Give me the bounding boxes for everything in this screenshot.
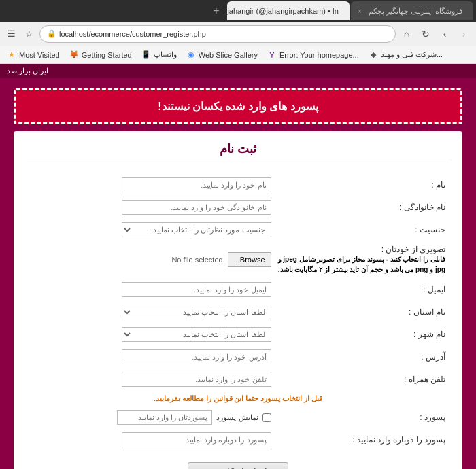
province-input-cell: لطفا استان را انتخاب نمایید (27, 302, 275, 322)
tab-2[interactable]: jahangir (@jahangirpachkam) • In... × (227, 1, 350, 20)
bookmark-most-visited[interactable]: ★ Most Visited (4, 48, 63, 63)
reload-button[interactable]: ↻ (418, 26, 434, 42)
confirm-password-row: پسورد را دوباره وارد نمایید : (27, 430, 449, 449)
bookmark-whatsapp-label: واتساپ (154, 50, 177, 59)
bookmark-getting-started[interactable]: 🦊 Getting Started (67, 48, 135, 63)
bookmark-error-label: Error: Your homepage... (279, 51, 359, 59)
gender-row: جنسیت : جنسیت مورد نظرتان را انتخاب نمای… (27, 220, 449, 239)
address-row: آدرس : (27, 347, 449, 366)
error-message: پسورد های وارد شده یکسان نیستند! (158, 101, 318, 112)
password-label: پسورد : (275, 408, 449, 427)
forward-button[interactable]: › (437, 26, 453, 42)
phone-input-cell (27, 370, 275, 389)
header-text: ایران برار صد (7, 67, 48, 75)
bookmark-error[interactable]: Y Error: Your homepage... (265, 48, 362, 63)
city-select[interactable]: لطفا استان را انتخاب نمایید (122, 327, 271, 342)
submit-button[interactable]: ایجاد نام کاربری (188, 462, 288, 469)
province-select[interactable]: لطفا استان را انتخاب نمایید (122, 305, 271, 319)
phone-input[interactable] (122, 372, 271, 387)
bookmark-whatsapp[interactable]: 📱 واتساپ (139, 48, 180, 63)
browse-button[interactable]: Browse... (228, 252, 271, 267)
address-input-cell (27, 347, 275, 366)
name-input-cell (27, 175, 275, 194)
tab1-close[interactable]: × (358, 7, 362, 15)
name-label: نام : (275, 175, 449, 194)
gender-label: جنسیت : (275, 220, 449, 239)
back-button[interactable]: ‹ (456, 26, 472, 42)
province-label: نام استان : (275, 302, 449, 322)
bookmark-star[interactable]: ☆ (22, 27, 37, 41)
bookmark-getting-started-label: Getting Started (82, 51, 132, 59)
bookmark-web-slice[interactable]: ◉ Web Slice Gallery (184, 48, 260, 63)
photo-input-cell: Browse... No file selected. (27, 243, 275, 277)
star-icon: ★ (7, 50, 16, 60)
confirm-password-label: پسورد را دوباره وارد نمایید : (275, 430, 449, 449)
family-input[interactable] (122, 200, 271, 215)
company-icon: ◆ (369, 50, 378, 60)
gender-input-cell: جنسیت مورد نظرتان را انتخاب نمایید. (27, 220, 275, 239)
email-input[interactable] (122, 282, 271, 297)
province-row: نام استان : لطفا استان را انتخاب نمایید (27, 302, 449, 322)
menu-button[interactable]: ☰ (4, 27, 19, 41)
password-input[interactable] (117, 410, 212, 425)
password-row: پسورد : نمایش پسورد (27, 408, 449, 427)
browser-chrome: فروشگاه اینترنتی جهانگیر پچکم × jahangir… (0, 0, 476, 64)
yahoo-icon: Y (267, 50, 277, 60)
bookmark-company[interactable]: ◆ شرکت فنی و مهند... (366, 48, 445, 63)
city-input-cell: لطفا استان را انتخاب نمایید (27, 325, 275, 344)
photo-row: تصویری از خودتان : فایلی را انتخاب کنید … (27, 243, 449, 277)
photo-label: تصویری از خودتان : فایلی را انتخاب کنید … (275, 243, 449, 277)
page-content: ایران برار صد پسورد های وارد شده یکسان ن… (0, 64, 476, 469)
tab-bar: فروشگاه اینترنتی جهانگیر پچکم × jahangir… (0, 0, 476, 22)
photo-note: فایلی را انتخاب کنید - پسوند مجاز برای ت… (278, 254, 445, 275)
city-label: نام شهر : (275, 325, 449, 344)
tab2-label: jahangir (@jahangirpachkam) • In... (227, 7, 339, 15)
bookmark-company-label: شرکت فنی و مهند... (381, 50, 443, 59)
email-input-cell (27, 280, 275, 299)
navigation-bar: ‹ › ↻ ⌂ 🔒 localhost/ecommerce/customer_r… (0, 22, 476, 46)
address-bar[interactable]: 🔒 localhost/ecommerce/customer_register.… (39, 25, 396, 43)
name-input[interactable] (122, 177, 271, 192)
whatsapp-icon: 📱 (141, 50, 151, 60)
gender-select[interactable]: جنسیت مورد نظرتان را انتخاب نمایید. (122, 222, 271, 237)
file-input-row: Browse... No file selected. (31, 252, 271, 267)
city-row: نام شهر : لطفا استان را انتخاب نمایید (27, 325, 449, 344)
password-note: قبل از انتخاب پسورد حتما این قوانین را م… (27, 392, 449, 404)
bookmark-web-label: Web Slice Gallery (199, 51, 258, 59)
address-label: آدرس : (275, 347, 449, 366)
tab1-label: فروشگاه اینترنتی جهانگیر پچکم (369, 7, 462, 16)
show-password-label: نمایش پسورد (216, 413, 258, 422)
name-row: نام : (27, 175, 449, 194)
address-input[interactable] (122, 349, 271, 364)
page-header: ایران برار صد (0, 64, 476, 78)
submit-row: ایجاد نام کاربری (27, 462, 449, 469)
email-row: ایمیل : (27, 280, 449, 299)
photo-note-line1: فایلی را انتخاب کنید - پسوند مجاز برای ت… (278, 256, 445, 263)
tab-1[interactable]: فروشگاه اینترنتی جهانگیر پچکم × (351, 1, 473, 20)
family-label: نام خانوادگی : (275, 198, 449, 217)
phone-label: تلفن همراه : (275, 370, 449, 389)
url-text: localhost/ecommerce/customer_register.ph… (59, 30, 388, 38)
confirm-password-input[interactable] (122, 432, 271, 447)
section-title: ثبت نام (27, 141, 449, 162)
password-row-inner: نمایش پسورد (31, 410, 271, 425)
password-note-row: قبل از انتخاب پسورد حتما این قوانین را م… (27, 392, 449, 404)
registration-form: نام : نام خانوادگی : جنسیت : جنسیت مورد … (27, 172, 449, 453)
bookmarks-bar: ★ Most Visited 🦊 Getting Started 📱 واتسا… (0, 46, 476, 64)
family-row: نام خانوادگی : (27, 198, 449, 217)
confirm-password-input-cell (27, 430, 275, 449)
error-banner: پسورد های وارد شده یکسان نیستند! (14, 88, 462, 124)
family-input-cell (27, 198, 275, 217)
firefox-icon: 🦊 (69, 50, 79, 60)
new-tab-button[interactable]: + (207, 1, 226, 20)
nav-actions: ☆ ☰ (4, 27, 37, 41)
home-button[interactable]: ⌂ (398, 26, 415, 42)
phone-row: تلفن همراه : (27, 370, 449, 389)
lock-icon: 🔒 (47, 29, 56, 38)
password-input-cell: نمایش پسورد (27, 408, 275, 427)
show-password-checkbox[interactable] (262, 413, 271, 422)
registration-form-container: ثبت نام نام : نام خانوادگی : جنسیت : (14, 131, 462, 469)
web-icon: ◉ (186, 50, 196, 60)
email-label: ایمیل : (275, 280, 449, 299)
file-name-display: No file selected. (171, 256, 224, 264)
